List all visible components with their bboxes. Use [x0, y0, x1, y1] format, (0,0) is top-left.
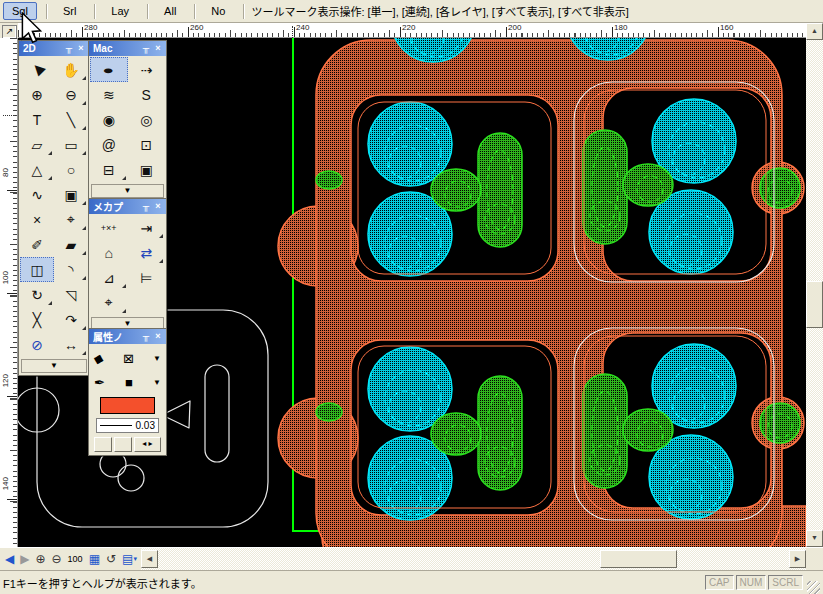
- rect-center-tool[interactable]: ▣: [128, 157, 166, 182]
- toolbar-button-no[interactable]: No: [202, 2, 234, 20]
- horizontal-scroll-thumb[interactable]: [600, 550, 677, 568]
- ruler-major-tick: [506, 27, 507, 37]
- current-color-swatch[interactable]: [100, 397, 155, 414]
- grid-toggle-button[interactable]: ▦: [87, 550, 102, 568]
- vertical-scroll-thumb[interactable]: [806, 281, 823, 328]
- circle-target-tool[interactable]: ◎: [128, 107, 166, 132]
- close-icon[interactable]: ×: [152, 200, 164, 213]
- crosshair-tool[interactable]: ⌖: [54, 207, 88, 232]
- toolbar-button-lay[interactable]: Lay: [102, 2, 138, 20]
- palette-mac-titlebar[interactable]: Mac ╥ ×: [89, 41, 166, 56]
- intersect-tool[interactable]: ╳: [20, 307, 54, 332]
- zigzag-path-tool[interactable]: S: [128, 82, 166, 107]
- triangle-tool[interactable]: △: [20, 157, 54, 182]
- rect-center-icon: ▣: [140, 162, 153, 178]
- caliper-measure-tool[interactable]: ⊨: [128, 265, 166, 290]
- rectangle-icon: ▭: [64, 137, 77, 153]
- flyout-indicator: [82, 101, 86, 105]
- rect-corner-icon: ⊟: [103, 162, 115, 178]
- flyout-indicator: [48, 151, 52, 155]
- attr-prev-next-button[interactable]: ◂ ▸: [134, 437, 161, 452]
- zoom-out-button[interactable]: ⊖: [50, 550, 64, 568]
- point-tool[interactable]: ×: [20, 207, 54, 232]
- pitch-dimension-tool[interactable]: ⇥: [128, 215, 166, 240]
- pin-icon[interactable]: ╥: [140, 200, 152, 213]
- fill-bucket-icon[interactable]: ◆: [92, 349, 106, 366]
- eraser-tool[interactable]: ◫: [20, 257, 54, 282]
- palette-2d-more-button[interactable]: ▼: [21, 359, 87, 373]
- rect-corner-tool[interactable]: ⊟: [90, 157, 128, 182]
- close-icon[interactable]: ×: [152, 330, 164, 343]
- close-icon[interactable]: ×: [75, 42, 87, 55]
- width-dimension-icon: ↔: [64, 337, 78, 353]
- resize-grip[interactable]: [807, 581, 820, 594]
- palette-meka-titlebar[interactable]: メカプ ╥ ×: [89, 199, 166, 214]
- pocket-mill-tool[interactable]: ●: [90, 57, 128, 82]
- center-mark-tool[interactable]: ⌖: [90, 290, 128, 315]
- fillet-tool[interactable]: ◝: [54, 257, 88, 282]
- text-tool[interactable]: T: [20, 107, 54, 132]
- pin-icon[interactable]: ╥: [140, 330, 152, 343]
- attr-option-button-1[interactable]: [94, 437, 112, 452]
- empty-slot[interactable]: [128, 290, 166, 315]
- point-array-tool[interactable]: +×+: [90, 215, 128, 240]
- palette-mac-more-button[interactable]: ▼: [91, 184, 164, 198]
- polyline-icon: ▱: [32, 137, 43, 153]
- ruler-major-tick: [400, 27, 401, 37]
- horizontal-scrollbar[interactable]: ◀ ▶: [141, 548, 806, 570]
- pen-icon[interactable]: ✒: [94, 375, 105, 390]
- reverse-curve-tool[interactable]: ↷: [54, 307, 88, 332]
- line-tool[interactable]: ╲: [54, 107, 88, 132]
- spline-tool[interactable]: ∿: [20, 182, 54, 207]
- line-width-field[interactable]: 0.03: [96, 418, 159, 433]
- forward-button[interactable]: ▶: [18, 550, 31, 568]
- toolbar-button-srl[interactable]: Srl: [54, 2, 85, 20]
- toolbar-button-all[interactable]: All: [155, 2, 185, 20]
- rect-spiral-tool[interactable]: ⊡: [128, 132, 166, 157]
- polyline-tool[interactable]: ▱: [20, 132, 54, 157]
- polygon-edit-tool[interactable]: ▰: [54, 232, 88, 257]
- spline-icon: ∿: [31, 187, 43, 203]
- scroll-right-button[interactable]: ▶: [789, 550, 806, 568]
- no-fill-icon[interactable]: ⊠: [123, 351, 134, 366]
- spiral-mill-icon: @: [102, 137, 116, 153]
- regen-button[interactable]: ↺: [104, 550, 118, 568]
- drill-path-tool[interactable]: ⇢: [128, 57, 166, 82]
- pen-dropdown-icon[interactable]: ▼: [153, 378, 161, 387]
- attr-option-button-2[interactable]: [114, 437, 132, 452]
- spiral-mill-tool[interactable]: @: [90, 132, 128, 157]
- palette-attribute-titlebar[interactable]: 属性ノ ╥ ×: [89, 329, 166, 344]
- zoom-in-tool[interactable]: ⊕: [20, 82, 54, 107]
- close-icon[interactable]: ×: [152, 42, 164, 55]
- ellipse-tool[interactable]: ○: [54, 157, 88, 182]
- rotate-tool[interactable]: ↻: [20, 282, 54, 307]
- layer-display-button[interactable]: ▤▾: [120, 550, 139, 568]
- callout-tool[interactable]: ▣: [54, 182, 88, 207]
- vertical-scrollbar[interactable]: ▲ ▼: [806, 23, 823, 547]
- ruler-origin-button[interactable]: ↗: [2, 25, 17, 39]
- mirror-blocks-tool[interactable]: ⇄: [128, 240, 166, 265]
- ruler-major-tick: [7, 293, 17, 294]
- pin-icon[interactable]: ╥: [63, 42, 75, 55]
- scroll-down-button[interactable]: ▼: [806, 530, 823, 547]
- circle-mill-tool[interactable]: ◉: [90, 107, 128, 132]
- contour-tool[interactable]: ⌂: [90, 240, 128, 265]
- scroll-up-button[interactable]: ▲: [806, 23, 823, 40]
- scroll-left-button[interactable]: ◀: [141, 550, 158, 568]
- pan-tool[interactable]: ✋: [54, 57, 88, 82]
- pin-icon[interactable]: ╥: [140, 42, 152, 55]
- back-button[interactable]: ◀: [3, 550, 16, 568]
- eyedropper-tool[interactable]: ✐: [20, 232, 54, 257]
- width-dimension-tool[interactable]: ↔: [54, 332, 88, 357]
- chamfer-tool[interactable]: ◹: [54, 282, 88, 307]
- zoom-in-button[interactable]: ⊕: [33, 550, 47, 568]
- top-ruler: 280260240220200180160: [18, 23, 806, 38]
- diameter-tool[interactable]: ⊘: [20, 332, 54, 357]
- zoom-out-tool[interactable]: ⊖: [54, 82, 88, 107]
- fill-dropdown-icon[interactable]: ▼: [153, 354, 161, 363]
- hatch-mill-tool[interactable]: ≋: [90, 82, 128, 107]
- corner-relief-tool[interactable]: ⊿: [90, 265, 128, 290]
- pen-color-icon[interactable]: ■: [125, 375, 133, 390]
- rectangle-tool[interactable]: ▭: [54, 132, 88, 157]
- select-tool[interactable]: ▶: [20, 57, 54, 82]
